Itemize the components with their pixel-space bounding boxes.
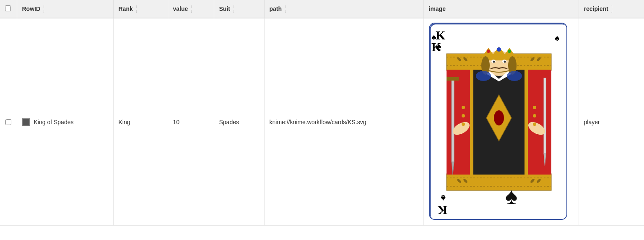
header-recipient-label: recipient (584, 5, 608, 12)
header-rank-label: Rank (119, 5, 133, 12)
king-of-spades-svg: K ♠ K ♠ (430, 23, 567, 220)
row-checkbox-cell[interactable] (0, 18, 17, 226)
header-suit-label: Suit (219, 5, 230, 12)
svg-point-51 (462, 114, 465, 117)
svg-rect-39 (447, 77, 459, 81)
header-rowid-label: RowID (22, 5, 41, 12)
svg-point-55 (533, 123, 536, 126)
value-cell: 10 (168, 18, 214, 226)
recipient-value: player (584, 119, 600, 125)
table-header-row: RowID ↑↓ Rank ↑↓ (0, 0, 644, 18)
svg-point-52 (462, 123, 465, 126)
header-image-label: image (429, 5, 446, 12)
header-value-label: value (173, 5, 188, 12)
svg-point-50 (462, 106, 465, 109)
header-rank[interactable]: Rank ↑↓ (113, 0, 168, 18)
sort-rank-icon[interactable]: ↑↓ (135, 4, 138, 13)
path-cell: knime://knime.workflow/cards/KS.svg (264, 18, 423, 226)
table-row: King of Spades King 10 Spades knime://kn… (0, 18, 644, 226)
sort-suit-icon[interactable]: ↑↓ (233, 4, 235, 13)
header-image: image (423, 0, 579, 18)
header-value[interactable]: value ↑↓ (168, 0, 214, 18)
svg-text:♠: ♠ (441, 193, 446, 203)
sort-rowid-icon[interactable]: ↑↓ (43, 4, 45, 13)
svg-text:K: K (437, 203, 447, 217)
row-checkbox[interactable] (5, 119, 11, 125)
sort-recipient-icon[interactable]: ↑↓ (611, 4, 613, 13)
rowid-value: King of Spades (34, 119, 74, 125)
svg-point-34 (493, 61, 495, 63)
svg-point-53 (533, 106, 536, 109)
svg-point-29 (508, 50, 511, 53)
svg-text:♠: ♠ (431, 32, 436, 42)
header-rowid[interactable]: RowID ↑↓ (17, 0, 113, 18)
select-all-checkbox[interactable] (5, 5, 11, 11)
svg-point-54 (533, 114, 536, 117)
rank-cell: King (113, 18, 168, 226)
rank-value: King (119, 119, 130, 125)
header-select-all[interactable] (0, 0, 17, 18)
svg-rect-21 (525, 70, 528, 175)
header-path-label: path (270, 5, 282, 12)
svg-point-45 (507, 71, 522, 81)
svg-point-19 (494, 110, 504, 125)
svg-point-44 (476, 71, 491, 81)
svg-rect-10 (447, 174, 551, 190)
svg-rect-20 (470, 70, 473, 175)
svg-point-28 (497, 47, 501, 52)
svg-rect-37 (452, 78, 454, 162)
image-cell: K ♠ K ♠ (423, 18, 579, 226)
svg-text:♠: ♠ (505, 183, 517, 209)
svg-text:♠: ♠ (555, 33, 560, 43)
svg-point-27 (487, 50, 490, 53)
data-table: RowID ↑↓ Rank ↑↓ (0, 0, 644, 240)
row-color-swatch (22, 118, 30, 126)
sort-value-icon[interactable]: ↑↓ (190, 4, 192, 13)
suit-cell: Spades (214, 18, 264, 226)
value-value: 10 (173, 119, 180, 125)
card-image: K ♠ K ♠ (429, 23, 567, 220)
suit-value: Spades (219, 119, 239, 125)
recipient-cell: player (579, 18, 644, 226)
sort-path-icon[interactable]: ↑↓ (284, 4, 286, 13)
header-recipient[interactable]: recipient ↑↓ (579, 0, 644, 18)
svg-rect-40 (544, 78, 546, 154)
rowid-cell: King of Spades (17, 18, 113, 226)
path-value: knime://knime.workflow/cards/KS.svg (270, 119, 366, 125)
header-suit[interactable]: Suit ↑↓ (214, 0, 264, 18)
header-path[interactable]: path ↑↓ (264, 0, 423, 18)
svg-point-35 (504, 61, 506, 63)
